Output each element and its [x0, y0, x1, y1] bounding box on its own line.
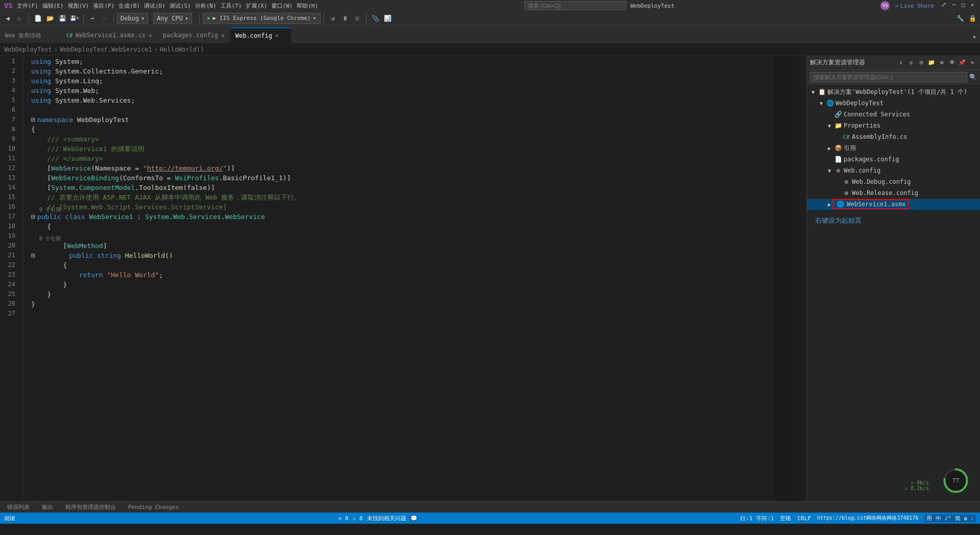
- tab-package-manager[interactable]: 程序包管理器控制台: [60, 502, 121, 513]
- preview-button[interactable]: 👁: [947, 58, 957, 67]
- line-number: 4: [0, 86, 18, 95]
- tab-pending-changes[interactable]: Pending Changes: [123, 502, 184, 513]
- search-panel: 🔍: [807, 70, 980, 84]
- open-file-button[interactable]: 📂: [44, 13, 56, 24]
- chevron-down-icon: ▾: [141, 15, 144, 22]
- debug-config-dropdown[interactable]: Debug ▾: [117, 13, 148, 24]
- performance-profiler-btn[interactable]: 📊: [382, 13, 393, 24]
- title-bar-center: WebDeployTest: [524, 1, 674, 10]
- tab-error-list[interactable]: 错误列表: [2, 502, 35, 513]
- line-number: 22: [0, 260, 18, 270]
- line-number: 3: [0, 76, 18, 86]
- input-lang-bar[interactable]: 用 中 ♪° 简 ✿ :: [924, 515, 976, 522]
- code-lines[interactable]: using System; using System.Collections.G…: [23, 56, 806, 501]
- tree-item-webservice1-asmx[interactable]: ▶ 🌐 WebService1.asmx: [807, 199, 980, 210]
- undo-button[interactable]: ↩: [87, 13, 98, 24]
- line-number: 19: [0, 231, 18, 241]
- redo-button[interactable]: ↪: [99, 13, 110, 24]
- save-all-button[interactable]: 💾+: [69, 13, 80, 24]
- encoding-status[interactable]: 空格: [780, 515, 791, 522]
- refresh-button[interactable]: ↺: [906, 58, 916, 67]
- file-menu[interactable]: 文件(F): [17, 2, 38, 10]
- run-button[interactable]: ▶ ▶ IIS Express (Google Chrome) ▾: [203, 13, 321, 24]
- tab-output[interactable]: 输出: [37, 502, 58, 513]
- editor-scrollbar[interactable]: [799, 56, 806, 501]
- new-tab-button[interactable]: +: [969, 32, 980, 43]
- pin-button[interactable]: 📌: [958, 58, 967, 67]
- test-menu[interactable]: 测试(S): [169, 2, 191, 10]
- toolbar-sep-3: [113, 14, 114, 23]
- breadcrumb-project[interactable]: WebDeployTest: [4, 46, 52, 53]
- edit-menu[interactable]: 编辑(E): [42, 2, 64, 10]
- download-speed: ↓ 0.2k/s: [904, 485, 929, 491]
- tab-web-config[interactable]: Web.config ✕: [230, 28, 291, 43]
- help-menu[interactable]: 帮助(H): [297, 2, 318, 10]
- view-menu[interactable]: 视图(V): [68, 2, 89, 10]
- line-number: 15: [0, 192, 18, 202]
- tab-web-publish[interactable]: Web 发布活动: [0, 28, 61, 43]
- tab-close-button[interactable]: ✕: [221, 32, 225, 39]
- user-avatar[interactable]: VS: [880, 1, 890, 10]
- expand-icon[interactable]: ⤢: [939, 1, 948, 10]
- extensions-menu[interactable]: 扩展(X): [246, 2, 267, 10]
- tree-item-web-config[interactable]: ▼ ⚙ Web.config: [807, 165, 980, 176]
- svg-text:77: 77: [952, 476, 960, 484]
- tree-arrow: ▼: [825, 123, 834, 129]
- collapse-all-button[interactable]: ⊟: [917, 58, 926, 67]
- live-share-btn[interactable]: ↗ Live Share: [892, 1, 937, 10]
- restore-button[interactable]: □: [960, 1, 967, 8]
- window-menu[interactable]: 窗口(W): [272, 2, 293, 10]
- debug-menu[interactable]: 调试(D): [144, 2, 165, 10]
- breadcrumb-member[interactable]: HelloWorld(): [160, 46, 204, 53]
- tree-item-web-debug-config[interactable]: ⚙ Web.Debug.config: [807, 176, 980, 187]
- code-line-20: 0 个引用 [WebMethod]: [31, 241, 806, 251]
- tree-item-web-release-config[interactable]: ⚙ Web.Release.config: [807, 187, 980, 199]
- solution-search-input[interactable]: [810, 72, 967, 82]
- right-click-tip: 右键设为起始页: [807, 210, 980, 231]
- tab-close-button[interactable]: ✕: [275, 32, 279, 39]
- stop-button[interactable]: ⏹: [352, 13, 363, 24]
- code-line-6: [31, 105, 806, 115]
- minimize-button[interactable]: ─: [950, 1, 958, 8]
- save-button[interactable]: 💾: [57, 13, 68, 24]
- tree-item-solution[interactable]: ▼ 📋 解决方案'WebDeployTest'(1 个项目/共 1 个): [807, 86, 980, 98]
- close-panel-button[interactable]: ✕: [968, 58, 977, 67]
- tab-close-button[interactable]: ✕: [149, 32, 152, 39]
- properties-button[interactable]: ⚙: [937, 58, 946, 67]
- pause-button[interactable]: ⏸: [339, 13, 351, 24]
- line-ending-status[interactable]: CRLF: [797, 515, 811, 522]
- tree-item-connected-services[interactable]: 🔗 Connected Services: [807, 109, 980, 120]
- tab-packages-config[interactable]: packages.config ✕: [158, 28, 230, 43]
- search-icon[interactable]: 🔍: [969, 74, 977, 81]
- tree-item-references[interactable]: ▶ 📦 引用: [807, 142, 980, 154]
- forward-button[interactable]: ▶: [14, 13, 26, 24]
- tab-webservice1-asmx-cs[interactable]: C# WebService1.asmx.cs ✕: [61, 28, 158, 43]
- line-number: 11: [0, 154, 18, 163]
- tree-label: AssemblyInfo.cs: [852, 133, 907, 140]
- code-line-14: [System.ComponentModel.ToolboxItem(false…: [31, 183, 806, 192]
- tree-item-packages-config[interactable]: 📄 packages.config: [807, 154, 980, 165]
- tree-arrow: ▼: [809, 89, 817, 95]
- close-button[interactable]: ✕: [969, 1, 976, 8]
- refresh-button[interactable]: ↺: [327, 13, 338, 24]
- back-button[interactable]: ◀: [2, 13, 13, 24]
- attach-button[interactable]: 📎: [370, 13, 381, 24]
- tools-menu[interactable]: 工具(T): [220, 2, 242, 10]
- tree-item-assemblyinfo[interactable]: C# AssemblyInfo.cs: [807, 131, 980, 142]
- search-input[interactable]: [524, 1, 626, 10]
- breadcrumb-class[interactable]: WebDeployTest.WebService1: [60, 46, 152, 53]
- build-menu[interactable]: 生成(B): [118, 2, 140, 10]
- toolbar-btn-extra1[interactable]: 🔧: [954, 13, 966, 24]
- platform-dropdown[interactable]: Any CPU ▾: [153, 13, 192, 24]
- tree-item-project[interactable]: ▼ 🌐 WebDeployTest: [807, 98, 980, 109]
- line-number: 16: [0, 202, 18, 212]
- analyze-menu[interactable]: 分析(N): [195, 2, 216, 10]
- toolbar-btn-extra2[interactable]: 🔒: [967, 13, 978, 24]
- show-all-files-button[interactable]: 📁: [927, 58, 936, 67]
- sync-button[interactable]: ↕: [896, 58, 905, 67]
- new-file-button[interactable]: 📄: [32, 13, 43, 24]
- feedback-icon[interactable]: 💬: [410, 515, 418, 522]
- tree-view: ▼ 📋 解决方案'WebDeployTest'(1 个项目/共 1 个) ▼ 🌐…: [807, 84, 980, 460]
- tree-item-properties[interactable]: ▼ 📁 Properties: [807, 120, 980, 131]
- project-menu[interactable]: 项目(P): [93, 2, 114, 10]
